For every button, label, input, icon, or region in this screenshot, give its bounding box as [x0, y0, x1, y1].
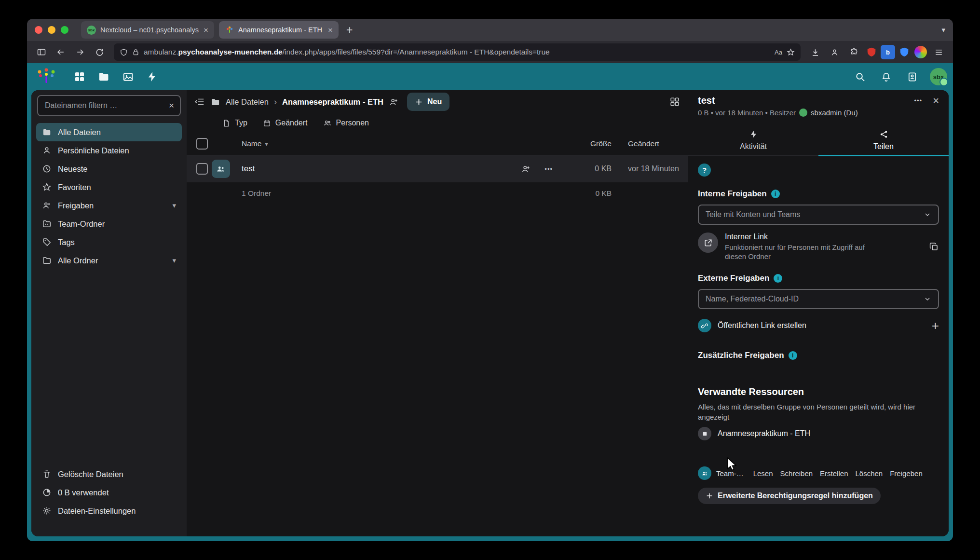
nextcloud-header: sbx — [27, 63, 953, 90]
sidebar-item-personal-files[interactable]: Persönliche Dateien — [36, 141, 182, 160]
menu-hamburger-icon[interactable] — [930, 44, 947, 60]
sidebar-item-all-folders[interactable]: Alle Ordner ▾ — [36, 251, 182, 270]
folder-icon — [210, 97, 220, 107]
tab-close-icon[interactable]: × — [204, 26, 208, 34]
status-dot — [939, 78, 948, 86]
new-button[interactable]: Neu — [407, 93, 449, 111]
pie-chart-icon — [42, 488, 52, 497]
add-public-link-icon[interactable]: + — [932, 319, 939, 332]
team-group-icon[interactable] — [698, 466, 711, 480]
star-icon — [42, 182, 52, 192]
info-icon[interactable]: i — [771, 190, 780, 198]
tab-sharing[interactable]: Teilen — [818, 125, 949, 155]
window-close-button[interactable] — [35, 26, 42, 34]
related-resource-item[interactable]: Anamnesepraktikum - ETH — [698, 427, 939, 440]
row-share-icon[interactable] — [521, 164, 531, 174]
tab-close-icon[interactable]: × — [328, 26, 333, 34]
browser-tab-anamnesepraktikum[interactable]: Anamnesepraktikum - ETH – All × — [219, 21, 339, 39]
tab-title: Nextcloud – nc01.psychoanalyse — [100, 26, 199, 34]
translate-icon[interactable]: Aa — [775, 49, 782, 56]
new-tab-button[interactable]: + — [346, 24, 353, 37]
forward-button[interactable] — [71, 44, 89, 60]
chevron-down-icon[interactable]: ▾ — [172, 256, 176, 265]
window-minimize-button[interactable] — [48, 26, 55, 34]
sidebar-item-label: Tags — [58, 238, 75, 247]
perm-share: Freigeben — [890, 469, 923, 478]
add-advanced-permission-button[interactable]: Erweiterte Berechtigungsregel hinzufügen — [698, 488, 881, 504]
sidebar-item-deleted-files[interactable]: Gelöschte Dateien — [36, 465, 182, 483]
back-button[interactable] — [52, 44, 69, 60]
row-more-icon[interactable]: ••• — [544, 165, 553, 173]
activity-app-icon[interactable] — [141, 66, 163, 88]
share-folder-icon[interactable] — [389, 97, 399, 107]
external-share-input[interactable]: Name, Federated-Cloud-ID — [698, 289, 939, 309]
files-app-icon[interactable] — [93, 66, 115, 88]
filename-filter-box[interactable]: × — [37, 95, 181, 116]
tab-activity[interactable]: Aktivität — [688, 125, 818, 155]
collapse-sidebar-icon[interactable] — [194, 96, 205, 107]
copy-icon[interactable] — [929, 242, 939, 252]
reload-button[interactable] — [91, 44, 108, 60]
filter-modified-chip[interactable]: Geändert — [263, 119, 308, 127]
sidebar-toggle-icon[interactable] — [33, 44, 50, 60]
public-link-row[interactable]: Öffentlichen Link erstellen + — [698, 319, 939, 332]
plus-icon — [415, 98, 423, 106]
filter-people-chip[interactable]: Personen — [323, 119, 369, 127]
row-checkbox[interactable] — [196, 163, 208, 175]
tracking-shield-icon[interactable] — [120, 48, 128, 56]
filter-type-chip[interactable]: Typ — [222, 119, 247, 127]
lock-icon[interactable] — [132, 49, 139, 56]
organization-logo[interactable] — [33, 66, 60, 88]
window-zoom-button[interactable] — [61, 26, 68, 34]
column-size[interactable]: Größe — [558, 139, 612, 148]
calendar-icon — [263, 119, 271, 127]
person-icon — [42, 146, 52, 155]
internal-shares-heading-row: Interne Freigaben i — [698, 189, 939, 199]
sidebar-item-team-folders[interactable]: Team-Ordner — [36, 215, 182, 233]
file-table-header: Name ▾ Größe Geändert — [187, 133, 688, 155]
details-more-icon[interactable]: ••• — [914, 97, 922, 104]
extensions-puzzle-icon[interactable] — [845, 44, 862, 60]
sidebar-item-files-settings[interactable]: Dateien-Einstellungen — [36, 502, 182, 520]
sidebar-item-quota[interactable]: 0 B verwendet — [36, 483, 182, 502]
browser-tab-nextcloud[interactable]: sbx Nextcloud – nc01.psychoanalyse × — [81, 21, 214, 39]
dashboard-app-icon[interactable] — [68, 66, 91, 88]
photos-app-icon[interactable] — [117, 66, 139, 88]
filename-filter-input[interactable] — [44, 101, 165, 110]
contacts-icon[interactable] — [901, 66, 923, 88]
colorful-extension-icon[interactable] — [914, 46, 927, 58]
shield-extension-icon[interactable] — [897, 45, 912, 59]
notifications-bell-icon[interactable] — [875, 66, 897, 88]
grid-view-toggle-icon[interactable] — [669, 96, 680, 107]
account-icon[interactable] — [826, 44, 843, 60]
help-icon[interactable]: ? — [698, 164, 711, 177]
downloads-icon[interactable] — [806, 44, 824, 60]
internal-share-select[interactable]: Teile mit Konten und Teams — [698, 205, 939, 225]
sidebar-item-recent[interactable]: Neueste — [36, 160, 182, 178]
column-name[interactable]: Name — [242, 139, 261, 148]
select-all-checkbox[interactable] — [196, 138, 208, 150]
bitwarden-extension-icon[interactable]: b — [881, 45, 895, 59]
details-close-icon[interactable]: × — [933, 96, 939, 106]
sidebar-item-shares[interactable]: Freigaben ▾ — [36, 196, 182, 215]
chevron-down-icon[interactable]: ▾ — [172, 201, 176, 210]
file-row-test[interactable]: test ••• 0 KB vor 18 Minuten — [187, 155, 688, 182]
sidebar-item-tags[interactable]: Tags — [36, 233, 182, 251]
url-bar[interactable]: ambulanz.psychoanalyse-muenchen.de/index… — [114, 43, 801, 61]
clear-filter-icon[interactable]: × — [169, 100, 174, 111]
user-avatar[interactable]: sbx — [930, 68, 947, 85]
file-name[interactable]: test — [242, 164, 255, 174]
breadcrumb-current[interactable]: Anamnesepraktikum - ETH — [282, 97, 383, 107]
tab-list-chevron-icon[interactable]: ▾ — [941, 26, 945, 34]
perm-write: Schreiben — [780, 469, 813, 478]
bookmark-star-icon[interactable] — [787, 48, 795, 56]
info-icon[interactable]: i — [774, 274, 782, 283]
info-icon[interactable]: i — [789, 351, 797, 360]
column-modified[interactable]: Geändert — [612, 139, 682, 148]
sidebar-item-all-files[interactable]: Alle Dateien — [36, 123, 182, 141]
sort-desc-icon[interactable]: ▾ — [265, 140, 268, 148]
breadcrumb-root[interactable]: Alle Dateien — [226, 97, 269, 107]
search-icon[interactable] — [849, 66, 871, 88]
sidebar-item-favorites[interactable]: Favoriten — [36, 178, 182, 196]
ublock-extension-icon[interactable] — [864, 45, 879, 59]
